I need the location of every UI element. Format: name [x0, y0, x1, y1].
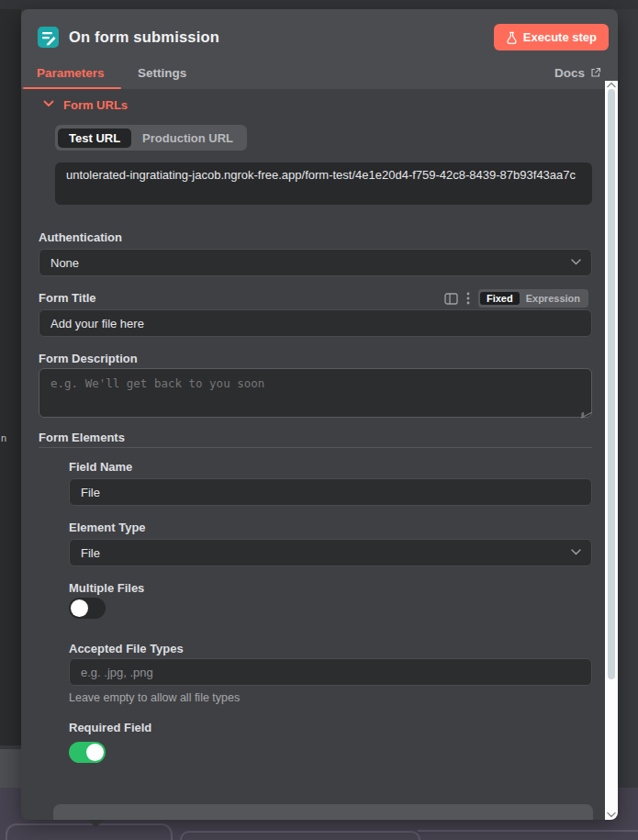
form-title-label: Form Title: [39, 291, 96, 305]
accepted-file-types-hint: Leave empty to allow all file types: [69, 691, 240, 704]
mode-expression[interactable]: Expression: [520, 292, 587, 305]
value-mode-switch: Fixed Expression: [478, 289, 588, 308]
kebab-menu-icon[interactable]: [466, 292, 470, 305]
element-type-select[interactable]: File: [69, 539, 592, 566]
canvas-node-outline: [180, 831, 420, 840]
multiple-files-label: Multiple Files: [69, 581, 144, 595]
background-left-panel: [0, 9, 21, 745]
tab-settings[interactable]: Settings: [138, 66, 186, 80]
form-title-input[interactable]: [39, 309, 592, 337]
production-url-tab[interactable]: Production URL: [131, 129, 244, 148]
docs-link[interactable]: Docs: [554, 66, 585, 80]
required-field-toggle[interactable]: [69, 742, 106, 763]
section-divider: [39, 447, 592, 448]
execute-step-label: Execute step: [523, 30, 597, 44]
toggle-knob: [86, 744, 104, 761]
multiple-files-toggle[interactable]: [69, 598, 106, 619]
scroll-up-icon[interactable]: [607, 82, 616, 88]
element-type-label: Element Type: [69, 521, 146, 534]
top-bar: [0, 0, 638, 9]
element-type-value: File: [81, 546, 100, 560]
chevron-down-icon: [571, 259, 581, 265]
authentication-value: None: [50, 256, 79, 270]
authentication-select[interactable]: None: [39, 249, 592, 276]
mode-fixed[interactable]: Fixed: [480, 292, 520, 305]
chevron-down-icon: [571, 549, 581, 555]
dialog-header: On form submission Execute step Paramete…: [21, 9, 618, 89]
scroll-down-icon[interactable]: [607, 812, 616, 818]
url-mode-switch: Test URL Production URL: [55, 125, 247, 151]
split-view-icon[interactable]: [444, 293, 458, 305]
node-settings-dialog: On form submission Execute step Paramete…: [21, 9, 618, 820]
form-test-url[interactable]: untolerated-ingratiating-jacob.ngrok-fre…: [55, 162, 592, 205]
collapse-chevron-icon[interactable]: [43, 100, 54, 107]
accepted-file-types-input[interactable]: [69, 658, 592, 686]
scrollbar-thumb[interactable]: [608, 89, 615, 679]
parameters-panel: Form URLs Test URL Production URL untole…: [21, 89, 618, 820]
add-form-element-button[interactable]: Add Form Element: [53, 804, 593, 820]
test-url-tab[interactable]: Test URL: [58, 129, 131, 148]
form-urls-section-label[interactable]: Form URLs: [63, 98, 128, 112]
field-name-input[interactable]: [69, 478, 592, 506]
form-description-label: Form Description: [39, 352, 138, 365]
node-title: On form submission: [69, 28, 219, 46]
dialog-scrollbar[interactable]: [605, 81, 618, 820]
flask-icon: [506, 31, 518, 44]
form-description-textarea[interactable]: [39, 368, 592, 418]
execute-step-button[interactable]: Execute step: [494, 24, 609, 50]
canvas-node-outline: [6, 823, 173, 840]
tab-parameters[interactable]: Parameters: [37, 66, 105, 80]
field-name-label: Field Name: [69, 460, 132, 474]
background-text-fragment: n: [1, 432, 6, 443]
required-field-label: Required Field: [69, 721, 151, 734]
canvas-panel-edge: [418, 830, 638, 832]
authentication-label: Authentication: [39, 230, 122, 244]
external-link-icon: [590, 67, 601, 78]
accepted-file-types-label: Accepted File Types: [69, 642, 184, 655]
form-node-icon: [37, 26, 60, 49]
form-elements-section-label: Form Elements: [39, 431, 125, 444]
toggle-knob: [71, 599, 88, 617]
